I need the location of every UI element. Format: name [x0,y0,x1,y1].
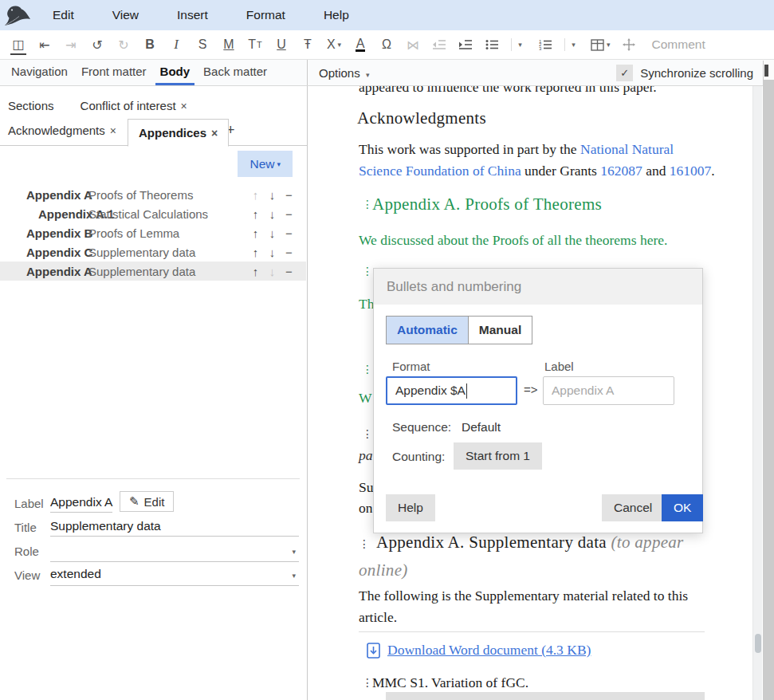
outdent-icon[interactable] [431,34,447,55]
close-icon[interactable]: × [181,100,187,112]
grant-link[interactable]: 162087 [600,163,642,179]
tab-front-matter[interactable]: Front matter [77,60,151,85]
edit-label-button[interactable]: ✎Edit [120,491,174,512]
move-up-button[interactable]: ↑ [247,207,264,221]
toolbar: ◫ ⇤ ⇥ ↺ ↻ B I S M TT U Ŧ X▾ A Ω ⋈ ▾ 123 … [0,30,774,60]
small-caps-icon[interactable]: TT [247,34,263,55]
font-color-icon[interactable]: A [352,34,368,55]
strikethrough-s-icon[interactable]: S [194,34,210,55]
tab-automatic[interactable]: Automatic [387,317,469,344]
acknowledgments-paragraph[interactable]: This work was supported in part by the N… [359,139,717,182]
appendix-a-paragraph[interactable]: We discussed about the Proofs of all the… [359,230,717,251]
bullet-list-icon[interactable] [484,34,500,55]
sub-superscript-menu-icon[interactable]: X▾ [326,34,342,55]
new-appendix-button[interactable]: New▾ [238,151,293,177]
app-logo-bird-icon [2,2,33,28]
grant-link[interactable]: 161007 [670,163,712,179]
scrollbar-thumb[interactable] [755,634,761,653]
close-icon[interactable]: × [110,124,116,137]
numbered-list-icon[interactable]: 123 [537,34,553,55]
list-item[interactable]: Appendix C Supplementary data ↑↓− [0,242,306,262]
scrollbar-track[interactable] [752,86,762,700]
role-select[interactable]: ▾ [50,543,299,562]
mmc-caption[interactable]: MMC S1. Variation of fGC. [372,672,528,694]
move-up-button[interactable]: ↑ [247,265,264,278]
remove-button[interactable]: − [281,265,297,278]
strikethrough-icon[interactable]: Ŧ [300,34,316,55]
appendix-a-heading[interactable]: Appendix A. Proofs of Theorems [372,195,602,214]
tab-body[interactable]: Body [155,60,195,85]
move-down-button[interactable]: ↓ [264,188,281,202]
undo-icon[interactable]: ↺ [89,34,105,55]
bold-icon[interactable]: B [142,34,158,55]
underline-icon[interactable]: U [273,34,289,55]
move-up-button[interactable]: ↑ [247,188,264,202]
move-down-button[interactable]: ↓ [264,246,281,259]
drag-handle-icon[interactable]: ⋮ [362,363,372,376]
jump-to-start-icon[interactable]: ⇤ [37,34,53,55]
menu-edit[interactable]: Edit [33,8,93,22]
menu-format[interactable]: Format [227,8,304,22]
redo-icon[interactable]: ↻ [116,34,132,55]
sequence-value[interactable]: Default [462,420,501,435]
drag-handle-icon[interactable]: ⋮ [362,265,372,277]
supplementary-paragraph[interactable]: The following is the Supplementary mater… [359,585,717,628]
move-up-button[interactable]: ↑ [247,226,264,240]
numbered-list-menu-icon[interactable]: ▾ [564,34,580,55]
remove-button[interactable]: − [281,246,297,259]
label-field[interactable]: Appendix A [50,495,112,513]
label-input[interactable]: Appendix A [543,376,674,405]
italic-icon[interactable]: I [168,34,184,55]
move-down-button[interactable]: ↓ [264,226,281,240]
tab-back-matter[interactable]: Back matter [198,60,272,85]
close-icon[interactable]: × [211,127,218,140]
list-item[interactable]: Appendix B Proofs of Lemma ↑↓− [0,223,306,242]
download-word-document-link[interactable]: Download Word document (4.3 KB) [387,642,591,659]
right-edge-panel[interactable] [763,80,774,700]
move-down-button[interactable]: ↓ [264,265,281,278]
options-bar: Options ▾ ✓ Synchronize scrolling [308,60,774,85]
title-field[interactable]: Supplementary data [50,519,299,537]
special-character-icon[interactable]: Ω [379,34,395,55]
list-item[interactable]: Appendix A Proofs of Theorems ↑↓− [0,185,306,204]
clipped-paragraph[interactable]: appeared to influence the work reported … [359,86,717,98]
section-tab-appendices[interactable]: Appendices× [128,119,229,147]
jump-to-end-icon[interactable]: ⇥ [63,34,79,55]
remove-button[interactable]: − [281,226,297,240]
move-down-button[interactable]: ↓ [264,207,281,221]
toggle-panel-icon[interactable]: ◫ [10,34,26,55]
cancel-button[interactable]: Cancel [602,494,664,521]
comment-button[interactable]: Comment [652,37,705,52]
help-button[interactable]: Help [386,494,435,521]
synchronize-scrolling-checkbox[interactable]: ✓ [616,65,633,81]
menu-view[interactable]: View [93,8,158,22]
drag-handle-icon[interactable]: ⋮ [359,538,369,550]
counting-button[interactable]: Start from 1 [454,442,542,470]
link-icon[interactable]: ⋈ [405,34,421,55]
view-select[interactable]: extended▾ [50,567,299,586]
move-node-icon[interactable] [621,34,637,55]
format-input[interactable]: Appendix $A [386,376,517,405]
acknowledgments-heading[interactable]: Acknowledgments [357,108,486,128]
table-menu-icon[interactable]: ▾ [591,34,611,55]
ok-button[interactable]: OK [662,494,703,521]
list-item[interactable]: Appendix A.1 Statistical Calculations ↑↓… [0,204,306,223]
section-tab-acknowledgments[interactable]: Acknowledgments× [8,124,116,137]
supplementary-heading[interactable]: ⋮Appendix A. Supplementary data (to appe… [359,529,716,584]
tab-manual[interactable]: Manual [469,317,532,344]
list-item-selected[interactable]: Appendix A Supplementary data ↑↓− [0,262,306,281]
tab-navigation[interactable]: Navigation [6,60,73,85]
bullet-list-menu-icon[interactable]: ▾ [511,34,527,55]
monospace-icon[interactable]: M [221,34,237,55]
remove-button[interactable]: − [281,188,297,202]
menu-help[interactable]: Help [304,8,368,22]
indent-icon[interactable] [458,34,473,55]
remove-button[interactable]: − [281,207,297,221]
menu-insert[interactable]: Insert [158,8,227,22]
drag-handle-icon[interactable]: ⋮ [362,676,372,689]
drag-handle-icon[interactable]: ⋮ [362,427,372,440]
move-up-button[interactable]: ↑ [247,246,264,259]
section-tab-conflict-of-interest[interactable]: Conflict of interest× [81,99,187,112]
drag-handle-icon[interactable]: ⋮ [362,198,372,210]
options-dropdown[interactable]: Options ▾ [319,66,369,80]
